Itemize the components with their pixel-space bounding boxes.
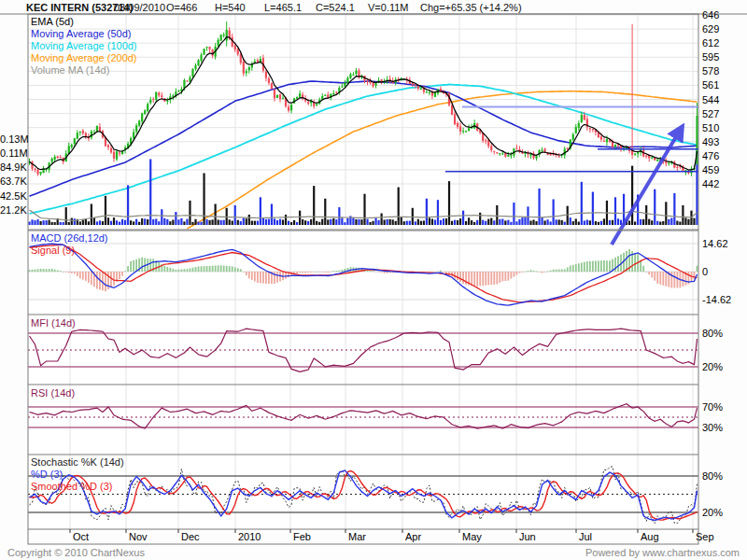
- rsi-tick-label: 70%: [702, 401, 723, 413]
- legend-macd: MACD (26d,12d): [31, 232, 108, 245]
- stoch-tick-label: 80%: [702, 470, 723, 482]
- month-label: Jun: [519, 531, 536, 542]
- month-label: Sep: [696, 531, 714, 542]
- month-label: Mar: [348, 531, 366, 542]
- legend-ma200: Moving Average (200d): [31, 52, 137, 64]
- legend-ma50: Moving Average (50d): [31, 28, 131, 40]
- chart-canvas[interactable]: [0, 0, 747, 560]
- quote-change: Chg=+65.35 (+14.2%): [420, 2, 522, 13]
- mfi-tick-label: 20%: [702, 361, 723, 372]
- copyright-text: Copyright © 2010 ChartNexus: [7, 547, 145, 558]
- chartnexus-app: { "header": { "symbol": "KEC INTERN (532…: [0, 0, 747, 560]
- legend-stoch-d: %D (3): [31, 469, 63, 481]
- price-tick-label: 459: [702, 164, 719, 175]
- quote-open: O=466: [166, 2, 197, 13]
- month-label: Apr: [405, 531, 421, 542]
- legend-mfi: MFI (14d): [31, 317, 76, 329]
- price-tick-label: 476: [702, 150, 719, 161]
- month-label: May: [462, 531, 482, 542]
- powered-by-link[interactable]: Powered by www.chartnexus.com: [585, 547, 740, 558]
- legend-ma100: Moving Average (100d): [31, 40, 137, 52]
- price-tick-label: 527: [702, 108, 719, 119]
- volume-tick-label: 42.5K: [0, 190, 26, 202]
- quote-low: L=465.1: [264, 2, 302, 13]
- volume-tick-label: 0.11M: [0, 147, 26, 159]
- volume-tick-label: 63.7K: [0, 175, 26, 187]
- quote-close: C=524.1: [316, 2, 355, 13]
- month-label: 2010: [238, 531, 261, 542]
- legend-stoch-k: Stochastic %K (14d): [31, 456, 124, 469]
- quote-high: H=540: [215, 2, 246, 13]
- price-tick-label: 544: [702, 94, 719, 105]
- legend-stoch-sd: Smoothed %D (3): [31, 481, 112, 493]
- legend-rsi: RSI (14d): [31, 387, 75, 399]
- month-label: Aug: [641, 531, 659, 542]
- price-tick-label: 646: [702, 9, 719, 21]
- volume-tick-label: 21.2K: [0, 204, 26, 216]
- month-label: Dec: [181, 531, 200, 542]
- stoch-tick-label: 20%: [702, 507, 723, 518]
- macd-tick-label: 0: [702, 266, 708, 277]
- price-tick-label: 612: [702, 37, 719, 49]
- quote-volume: V=0.11M: [368, 2, 409, 13]
- volume-tick-label: 84.9K: [0, 161, 26, 173]
- month-label: Oct: [73, 531, 89, 542]
- rsi-tick-label: 30%: [702, 422, 723, 433]
- legend-signal: Signal (9): [31, 245, 75, 257]
- price-tick-label: 595: [702, 51, 719, 63]
- volume-tick-label: 0.13M: [0, 133, 26, 145]
- month-label: Nov: [129, 531, 148, 542]
- price-tick-label: 629: [702, 23, 719, 35]
- legend-ema: EMA (5d): [31, 16, 74, 28]
- price-tick-label: 442: [702, 178, 719, 189]
- price-tick-label: 510: [702, 122, 719, 133]
- macd-tick-label: -14.62: [702, 294, 731, 305]
- mfi-tick-label: 80%: [702, 328, 723, 339]
- month-label: Feb: [293, 531, 311, 542]
- price-tick-label: 493: [702, 136, 719, 147]
- price-tick-label: 561: [702, 79, 719, 91]
- price-tick-label: 578: [702, 65, 719, 77]
- quote-date: 03/09/2010: [114, 2, 165, 13]
- macd-tick-label: 14.62: [702, 238, 728, 249]
- month-label: Jul: [579, 531, 592, 542]
- legend-volma: Volume MA (14d): [31, 64, 109, 77]
